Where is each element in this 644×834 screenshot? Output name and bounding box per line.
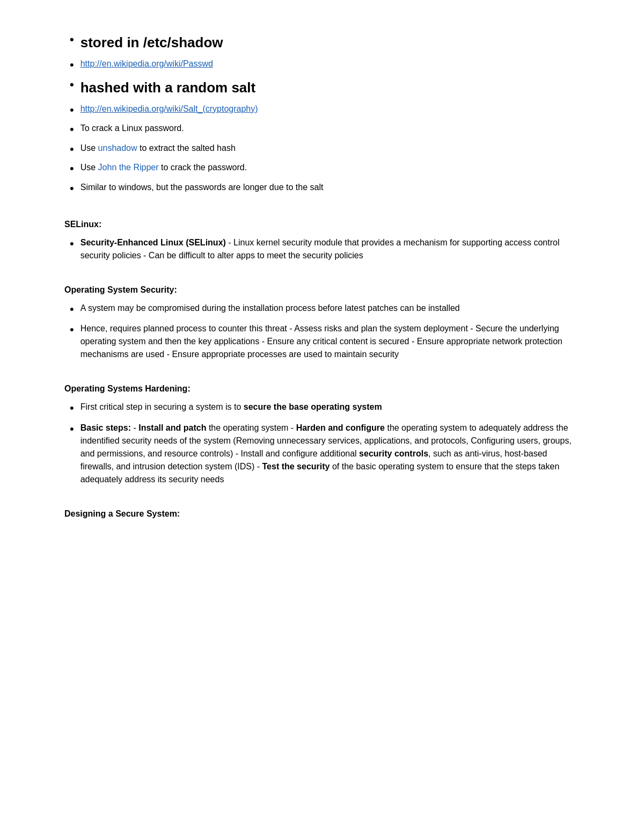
list-item: • Security-Enhanced Linux (SELinux) - Li… bbox=[64, 236, 580, 262]
list-item: • Similar to windows, but the passwords … bbox=[64, 181, 580, 197]
bullet-text: http://en.wikipedia.org/wiki/Passwd bbox=[80, 57, 580, 70]
top-bullet-list: • stored in /etc/shadow • http://en.wiki… bbox=[64, 32, 580, 197]
bullet-text: Use John the Ripper to crack the passwor… bbox=[80, 161, 580, 174]
bullet-text: Similar to windows, but the passwords ar… bbox=[80, 181, 580, 194]
bullet-text: Security-Enhanced Linux (SELinux) - Linu… bbox=[80, 236, 580, 262]
bullet-text: A system may be compromised during the i… bbox=[80, 302, 580, 315]
os-hardening-bullet-list: • First critical step in securing a syst… bbox=[64, 401, 580, 486]
os-security-bullet-list: • A system may be compromised during the… bbox=[64, 302, 580, 361]
bullet-dot: • bbox=[70, 181, 74, 197]
list-item: • Use unshadow to extract the salted has… bbox=[64, 142, 580, 157]
bullet-text: Hence, requires planned process to count… bbox=[80, 322, 580, 361]
bullet-text: First critical step in securing a system… bbox=[80, 401, 580, 414]
bullet-dot: • bbox=[70, 161, 74, 177]
bullet-text: Basic steps: - Install and patch the ope… bbox=[80, 422, 580, 486]
selinux-section: SELinux: • Security-Enhanced Linux (SELi… bbox=[64, 218, 580, 262]
security-controls-bold: security controls bbox=[359, 449, 428, 458]
list-item: • Basic steps: - Install and patch the o… bbox=[64, 422, 580, 486]
text-before: Use bbox=[80, 143, 98, 153]
harden-configure-bold: Harden and configure bbox=[296, 423, 385, 432]
salt-link[interactable]: http://en.wikipedia.org/wiki/Salt_(crypt… bbox=[80, 104, 258, 113]
bullet-text: Use unshadow to extract the salted hash bbox=[80, 142, 580, 155]
list-item: • A system may be compromised during the… bbox=[64, 302, 580, 317]
bullet-dot: • bbox=[70, 77, 74, 93]
bullet-dot: • bbox=[70, 236, 74, 252]
bullet-text: http://en.wikipedia.org/wiki/Salt_(crypt… bbox=[80, 103, 580, 115]
list-item: • hashed with a random salt bbox=[64, 77, 580, 98]
bullet-dot: • bbox=[70, 122, 74, 137]
bullet-dot: • bbox=[70, 401, 74, 416]
bullet-dot: • bbox=[70, 32, 74, 48]
bullet-dot: • bbox=[70, 103, 74, 118]
text-after: to crack the password. bbox=[159, 163, 247, 172]
bullet-text: To crack a Linux password. bbox=[80, 122, 580, 135]
bullet-text: hashed with a random salt bbox=[80, 77, 580, 98]
list-item: • http://en.wikipedia.org/wiki/Passwd bbox=[64, 57, 580, 73]
selinux-bullet-list: • Security-Enhanced Linux (SELinux) - Li… bbox=[64, 236, 580, 262]
unshadow-link[interactable]: unshadow bbox=[98, 143, 137, 153]
selinux-bold: Security-Enhanced Linux (SELinux) bbox=[80, 238, 226, 247]
bullet-dot: • bbox=[70, 322, 74, 338]
bullet-text: stored in /etc/shadow bbox=[80, 32, 580, 53]
list-item: • Hence, requires planned process to cou… bbox=[64, 322, 580, 361]
selinux-title: SELinux: bbox=[64, 218, 580, 231]
test-security-bold: Test the security bbox=[262, 462, 330, 471]
list-item: • To crack a Linux password. bbox=[64, 122, 580, 137]
list-item: • stored in /etc/shadow bbox=[64, 32, 580, 53]
list-item: • http://en.wikipedia.org/wiki/Salt_(cry… bbox=[64, 103, 580, 118]
designing-title: Designing a Secure System: bbox=[64, 507, 580, 520]
bullet-dot: • bbox=[70, 57, 74, 73]
bullet-dot: • bbox=[70, 142, 74, 157]
passwd-link[interactable]: http://en.wikipedia.org/wiki/Passwd bbox=[80, 59, 213, 68]
john-link[interactable]: John the Ripper bbox=[98, 163, 159, 172]
list-item: • First critical step in securing a syst… bbox=[64, 401, 580, 416]
bullet-dot: • bbox=[70, 302, 74, 317]
install-patch-bold: Install and patch bbox=[138, 423, 206, 432]
text-before: Use bbox=[80, 163, 98, 172]
list-item: • Use John the Ripper to crack the passw… bbox=[64, 161, 580, 177]
designing-section: Designing a Secure System: bbox=[64, 507, 580, 520]
bullet-dot: • bbox=[70, 422, 74, 437]
os-hardening-section: Operating Systems Hardening: • First cri… bbox=[64, 382, 580, 486]
text-after: to extract the salted hash bbox=[137, 143, 236, 153]
basic-steps-bold: Basic steps: bbox=[80, 423, 131, 432]
os-security-section: Operating System Security: • A system ma… bbox=[64, 284, 580, 361]
secure-base-bold: secure the base operating system bbox=[244, 402, 382, 411]
os-hardening-title: Operating Systems Hardening: bbox=[64, 382, 580, 395]
os-security-title: Operating System Security: bbox=[64, 284, 580, 296]
